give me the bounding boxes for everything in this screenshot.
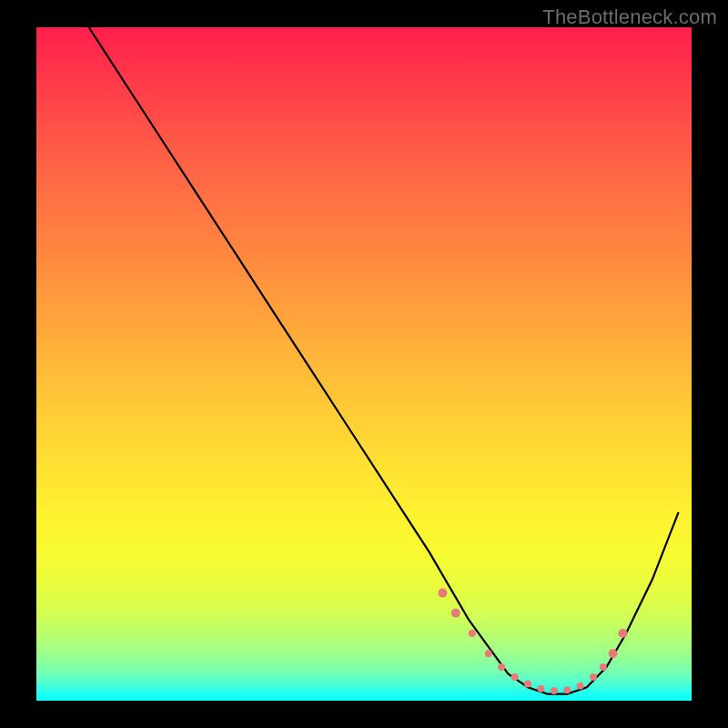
- bottleneck-curve-line: [89, 27, 679, 694]
- optimal-marker-dot: [498, 663, 505, 671]
- optimal-marker-dot: [577, 682, 584, 690]
- optimal-marker-dot: [524, 681, 531, 688]
- plot-area: [36, 27, 692, 701]
- optimal-marker-dot: [590, 673, 597, 681]
- optimal-marker-dot: [451, 609, 460, 618]
- optimal-marker-dot: [609, 649, 618, 658]
- optimal-marker-dot: [563, 686, 571, 693]
- watermark-text: TheBottleneck.com: [542, 5, 717, 29]
- optimal-marker-dot: [618, 629, 627, 638]
- chart-frame: TheBottleneck.com: [0, 0, 728, 728]
- optimal-marker-dot: [469, 630, 476, 637]
- optimal-marker-dot: [438, 589, 447, 598]
- optimal-marker-dot: [537, 685, 544, 693]
- optimal-zone-markers: [438, 589, 627, 694]
- optimal-marker-dot: [600, 663, 607, 671]
- optimal-marker-dot: [485, 650, 492, 657]
- optimal-marker-dot: [551, 687, 558, 694]
- bottleneck-curve-svg: [36, 27, 692, 701]
- optimal-marker-dot: [511, 673, 519, 681]
